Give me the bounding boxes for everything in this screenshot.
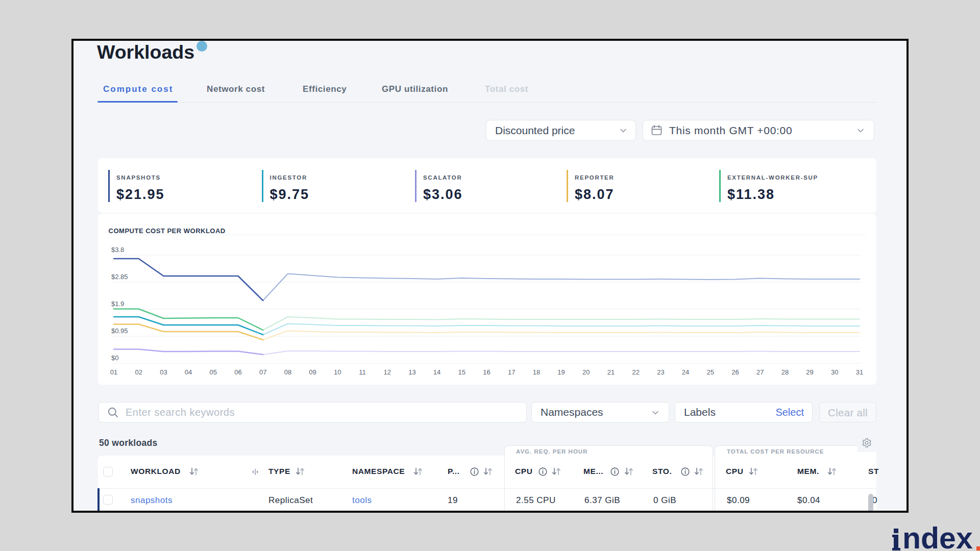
svg-text:20: 20 (582, 368, 590, 376)
svg-text:19: 19 (557, 368, 565, 376)
svg-text:18: 18 (533, 368, 540, 376)
svg-text:23: 23 (657, 368, 664, 376)
svg-text:15: 15 (458, 368, 465, 376)
svg-text:25: 25 (707, 368, 714, 376)
svg-text:01: 01 (110, 368, 117, 376)
svg-text:22: 22 (632, 368, 639, 376)
svg-text:16: 16 (483, 368, 490, 376)
svg-text:29: 29 (806, 368, 813, 376)
svg-text:24: 24 (682, 368, 689, 376)
svg-text:03: 03 (160, 368, 167, 376)
svg-text:$1.9: $1.9 (111, 300, 124, 308)
svg-text:08: 08 (284, 368, 291, 376)
svg-text:30: 30 (831, 368, 838, 376)
svg-text:06: 06 (234, 368, 241, 376)
svg-text:$0: $0 (111, 354, 118, 362)
svg-text:11: 11 (359, 368, 366, 376)
svg-text:07: 07 (259, 368, 266, 376)
svg-text:02: 02 (135, 368, 142, 376)
svg-text:17: 17 (508, 368, 515, 376)
svg-text:$2.85: $2.85 (111, 273, 128, 281)
svg-text:13: 13 (408, 368, 415, 376)
svg-text:09: 09 (309, 368, 316, 376)
svg-text:04: 04 (185, 368, 192, 376)
svg-text:12: 12 (383, 368, 390, 376)
svg-text:28: 28 (781, 368, 789, 376)
svg-text:27: 27 (756, 368, 764, 376)
svg-text:21: 21 (607, 368, 615, 376)
svg-text:05: 05 (210, 368, 217, 376)
svg-text:26: 26 (731, 368, 739, 376)
svg-text:14: 14 (433, 368, 440, 376)
svg-text:31: 31 (856, 368, 863, 376)
svg-text:$3.8: $3.8 (111, 246, 124, 254)
svg-text:$0.95: $0.95 (111, 327, 128, 335)
svg-text:10: 10 (334, 368, 341, 376)
